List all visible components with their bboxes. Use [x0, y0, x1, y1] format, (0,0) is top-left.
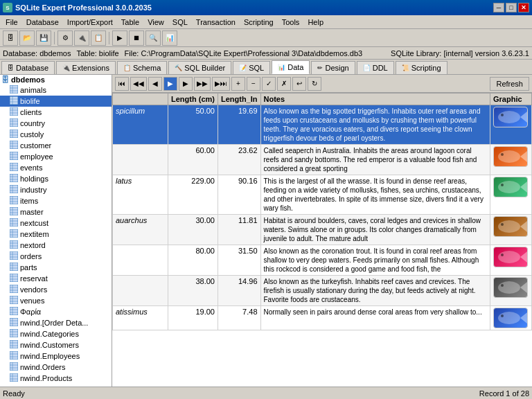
tab-ddl[interactable]: 📄DDL	[357, 61, 394, 74]
toolbar-btn-2[interactable]: 📂	[19, 30, 35, 46]
close-button[interactable]: ✕	[518, 3, 529, 12]
tab-schema[interactable]: 📋Schema	[117, 61, 167, 74]
menu-tools[interactable]: Tools	[278, 17, 304, 28]
cell-length-in: 90.16	[218, 175, 260, 215]
nav-delete[interactable]: −	[247, 77, 260, 91]
svg-rect-80	[10, 307, 18, 315]
nav-undo[interactable]: ↩	[292, 77, 306, 91]
library-info: SQLite Library: [internal] version 3.6.2…	[391, 49, 529, 57]
sidebar-item-nwind-orders[interactable]: nwind.Orders	[0, 362, 112, 373]
table-row[interactable]: 80.0031.50Also known as the coronation t…	[113, 245, 532, 276]
menu-import-export[interactable]: Import/Export	[63, 17, 117, 28]
table-icon	[10, 118, 18, 128]
table-row[interactable]: auarchus30.0011.81Habitat is around boul…	[113, 215, 532, 245]
menu-view[interactable]: View	[143, 17, 168, 28]
sidebar-item-nextitem[interactable]: nextitem	[0, 229, 112, 240]
sidebar-item-nextcust[interactable]: nextcust	[0, 218, 112, 229]
menu-database[interactable]: Database	[22, 17, 63, 28]
svg-point-111	[498, 150, 520, 163]
minimize-button[interactable]: ─	[493, 3, 504, 12]
toolbar-btn-7[interactable]: ▶	[112, 30, 127, 46]
toolbar-btn-8[interactable]: ⏹	[129, 30, 144, 46]
nav-play[interactable]: ▶	[163, 77, 177, 91]
sidebar-item-nwind-products[interactable]: nwind.Products	[0, 373, 112, 384]
sidebar-item-events[interactable]: events	[0, 162, 112, 173]
cell-length-in: 31.50	[218, 245, 260, 276]
toolbar-btn-9[interactable]: 🔍	[145, 30, 161, 46]
toolbar-btn-6[interactable]: 📋	[91, 30, 106, 46]
sidebar-item-customer[interactable]: customer	[0, 140, 112, 151]
sidebar-item-venues[interactable]: venues	[0, 295, 112, 306]
toolbar-btn-4[interactable]: ⚙	[57, 30, 73, 46]
tab-data[interactable]: 📊Data	[272, 60, 310, 74]
toolbar-btn-3[interactable]: 💾	[36, 30, 51, 46]
tab-database[interactable]: 🗄Database	[1, 61, 55, 74]
tab-extensions[interactable]: 🔌Extensions	[56, 61, 116, 74]
refresh-button[interactable]: Refresh	[490, 77, 529, 91]
menu-sql[interactable]: SQL	[168, 17, 192, 28]
sidebar-root[interactable]: 🗄 dbdemos	[0, 75, 112, 85]
svg-point-128	[501, 314, 504, 317]
sidebar-item-industry[interactable]: industry	[0, 184, 112, 195]
tab-sql[interactable]: 📝SQL	[233, 61, 270, 74]
nav-redo[interactable]: ↻	[308, 77, 321, 91]
data-table: Length (cm) Length_In Notes Graphic spic…	[112, 93, 532, 330]
nav-next[interactable]: ▶	[179, 77, 193, 91]
sidebar-item-orders[interactable]: orders	[0, 251, 112, 262]
sidebar-item-holdings[interactable]: holdings	[0, 173, 112, 184]
sidebar-item-country[interactable]: country	[0, 118, 112, 129]
table-row[interactable]: 38.0014.96Also known as the turkeyfish. …	[113, 276, 532, 306]
menu-scripting[interactable]: Scripting	[240, 17, 278, 28]
sidebar-item-items[interactable]: items	[0, 195, 112, 206]
nav-add[interactable]: +	[231, 77, 245, 91]
sidebar-item-parts[interactable]: parts	[0, 262, 112, 273]
svg-rect-44	[10, 207, 18, 215]
tab-sql-builder[interactable]: 🔨SQL Builder	[168, 61, 231, 74]
sidebar-item-master[interactable]: master	[0, 206, 112, 218]
nav-cancel[interactable]: ✗	[277, 77, 291, 91]
cell-notes: This is the largest of all the wrasse. I…	[260, 175, 490, 215]
svg-rect-20	[10, 141, 18, 149]
nav-next-page[interactable]: ▶▶	[194, 77, 211, 91]
toolbar-btn-10[interactable]: 📊	[162, 30, 177, 46]
maximize-button[interactable]: □	[506, 3, 517, 12]
table-row[interactable]: spicillum50.0019.69Also known as the big…	[113, 105, 532, 145]
sidebar-item-custoly[interactable]: custoly	[0, 129, 112, 140]
sidebar-item-clients[interactable]: clients	[0, 107, 112, 118]
cell-length: 38.00	[168, 276, 218, 306]
menu-transaction[interactable]: Transaction	[192, 17, 240, 28]
sidebar-item-nwind-categories[interactable]: nwind.Categories	[0, 328, 112, 339]
toolbar-btn-5[interactable]: 🔌	[74, 30, 89, 46]
col-header-length: Length (cm)	[168, 94, 218, 105]
sidebar-item-animals[interactable]: animals	[0, 85, 112, 96]
sidebar-item-nwind--order-deta---[interactable]: nwind.[Order Deta...	[0, 317, 112, 328]
table-row[interactable]: latus229.0090.16This is the largest of a…	[113, 175, 532, 215]
sidebar-item-vendors[interactable]: vendors	[0, 284, 112, 295]
cell-graphic	[490, 175, 532, 215]
nav-check[interactable]: ✓	[262, 77, 276, 91]
svg-point-117	[498, 220, 520, 233]
sidebar-item-nwind-customers[interactable]: nwind.Customers	[0, 339, 112, 351]
fish-image	[493, 308, 528, 328]
nav-first[interactable]: ⏮	[115, 77, 129, 91]
sidebar-item-reservat[interactable]: reservat	[0, 273, 112, 284]
tab-design[interactable]: ✏Design	[311, 61, 355, 74]
menu-table[interactable]: Table	[117, 17, 143, 28]
menu-file[interactable]: File	[1, 17, 22, 28]
table-row[interactable]: 60.0023.62Called seaperch in Australia. …	[113, 145, 532, 175]
sidebar-item------[interactable]: Φαρία	[0, 306, 112, 317]
menu-help[interactable]: Help	[303, 17, 328, 28]
sidebar-item-nextord[interactable]: nextord	[0, 240, 112, 251]
nav-prev[interactable]: ◀	[148, 77, 162, 91]
nav-last[interactable]: ▶⏭	[212, 77, 230, 91]
sidebar-item-biolife[interactable]: biolife	[0, 96, 112, 107]
sidebar-root-label: dbdemos	[11, 76, 45, 84]
tab-scripting[interactable]: 📜Scripting	[396, 61, 447, 74]
sidebar-item-nwind-employees[interactable]: nwind.Employees	[0, 351, 112, 362]
toolbar-btn-1[interactable]: 🗄	[3, 30, 18, 46]
svg-point-116	[501, 184, 504, 186]
svg-rect-40	[10, 196, 18, 204]
nav-prev-page[interactable]: ◀◀	[130, 77, 147, 91]
sidebar-item-employee[interactable]: employee	[0, 151, 112, 162]
table-row[interactable]: atissimus19.007.48Normally seen in pairs…	[113, 306, 532, 330]
